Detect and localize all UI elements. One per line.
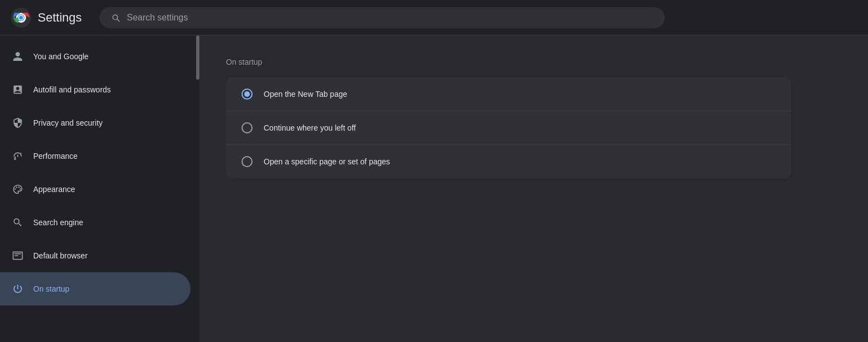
option-continue-label: Continue where you left off (264, 123, 356, 132)
scrollbar[interactable] (196, 35, 199, 80)
svg-point-9 (19, 188, 21, 190)
svg-point-6 (14, 188, 16, 190)
sidebar: You and Google Autofill and passwords Pr… (0, 35, 199, 342)
browser-icon (11, 249, 24, 262)
autofill-icon (11, 83, 24, 96)
appearance-icon (11, 183, 24, 196)
sidebar-item-on-startup[interactable]: On startup (0, 272, 191, 305)
shield-icon (11, 116, 24, 129)
option-new-tab-label: Open the New Tab page (264, 90, 347, 99)
section-title: On startup (226, 58, 841, 66)
sidebar-label-autofill: Autofill and passwords (33, 85, 111, 94)
power-icon (11, 282, 24, 296)
sidebar-item-you-and-google[interactable]: You and Google (0, 40, 191, 73)
option-continue[interactable]: Continue where you left off (226, 111, 791, 144)
sidebar-label-privacy: Privacy and security (33, 118, 102, 127)
sidebar-label-default-browser: Default browser (33, 251, 88, 260)
content-area: On startup Open the New Tab page Continu… (199, 35, 868, 342)
svg-point-7 (16, 186, 18, 188)
sidebar-label-search-engine: Search engine (33, 218, 83, 227)
option-specific-page-label: Open a specific page or set of pages (264, 157, 390, 166)
sidebar-item-privacy[interactable]: Privacy and security (0, 106, 191, 139)
header-logo: Settings (11, 8, 82, 28)
search-icon (111, 13, 120, 23)
option-specific-page[interactable]: Open a specific page or set of pages (226, 144, 791, 178)
radio-new-tab[interactable] (242, 89, 253, 100)
svg-point-8 (18, 186, 20, 188)
sidebar-label-you-and-google: You and Google (33, 52, 89, 61)
sidebar-item-autofill[interactable]: Autofill and passwords (0, 73, 191, 106)
svg-point-5 (19, 15, 23, 19)
sidebar-label-on-startup: On startup (33, 284, 69, 293)
sidebar-item-appearance[interactable]: Appearance (0, 173, 191, 206)
radio-continue[interactable] (242, 122, 253, 133)
search-input[interactable] (127, 13, 654, 23)
sidebar-item-default-browser[interactable]: Default browser (0, 239, 191, 272)
main-layout: You and Google Autofill and passwords Pr… (0, 35, 868, 342)
sidebar-item-search-engine[interactable]: Search engine (0, 206, 191, 239)
option-new-tab[interactable]: Open the New Tab page (226, 77, 791, 111)
sidebar-label-appearance: Appearance (33, 185, 75, 194)
header: Settings (0, 0, 868, 35)
person-icon (11, 50, 24, 63)
settings-title: Settings (38, 11, 82, 25)
startup-options-card: Open the New Tab page Continue where you… (226, 77, 791, 178)
radio-specific-page[interactable] (242, 156, 253, 167)
chrome-icon (11, 8, 31, 28)
search-engine-icon (11, 216, 24, 229)
sidebar-item-performance[interactable]: Performance (0, 139, 191, 173)
sidebar-label-performance: Performance (33, 152, 78, 160)
search-bar (100, 7, 665, 28)
search-input-wrapper[interactable] (100, 7, 665, 28)
performance-icon (11, 149, 24, 163)
